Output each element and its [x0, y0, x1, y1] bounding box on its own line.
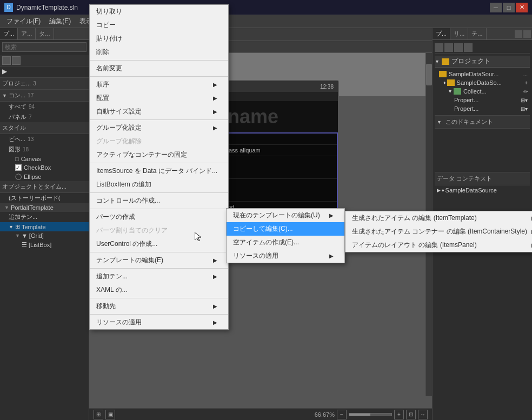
right-tab-project[interactable]: プ... — [433, 28, 450, 39]
xaml-label: XAML の... — [96, 285, 128, 295]
tree-item-bhem[interactable]: ビヘ... 13 — [0, 134, 89, 144]
menu-xaml[interactable]: XAML の... — [90, 283, 228, 297]
tree-item-canvas[interactable]: □ Canvas — [0, 155, 89, 163]
menu-order[interactable]: 順序 ▶ — [90, 78, 228, 91]
section-controls[interactable]: ▼ コン... 17 — [0, 90, 89, 102]
data-context-label: データ コンテキスト — [437, 175, 492, 182]
right-tree-propert1[interactable]: Propert... ⊞ ▾ — [435, 96, 530, 104]
menu-edittemplate[interactable]: テンプレートの編集(E) ▶ — [90, 254, 228, 267]
sidebar-tab-assets[interactable]: ア... — [18, 28, 36, 39]
tree-item-portlait[interactable]: ▼ PortlaitTemplate — [0, 203, 89, 212]
right-tree-propert2[interactable]: Propert... ⊞ ▾ — [435, 104, 530, 113]
section-project[interactable]: プロジェ... 3 — [0, 78, 89, 90]
menu-arrange[interactable]: 配置 ▶ — [90, 91, 228, 105]
status-icon-1[interactable]: ⊞ — [94, 410, 103, 419]
tree-item-template[interactable]: ▼ ⊞ Template — [0, 222, 89, 231]
datasour-more[interactable]: ... — [523, 71, 528, 77]
tree-item-shapes[interactable]: 図形 18 — [0, 144, 89, 155]
tree-item-add-template[interactable]: 追加テン... — [0, 212, 89, 222]
menu-additem[interactable]: ListBoxItem の追加 — [90, 178, 228, 191]
sidebar-tool-2[interactable] — [12, 56, 21, 65]
menu-copy[interactable]: コピー — [90, 18, 228, 32]
menu-delete[interactable]: 削除 — [90, 45, 228, 59]
status-icon-2[interactable]: ▣ — [105, 410, 115, 419]
sampledata-add[interactable]: + — [524, 80, 528, 86]
autosize-label: 自動サイズ設定 — [96, 107, 142, 116]
section-styles[interactable]: スタイル — [0, 122, 89, 134]
tree-item-checkbox[interactable]: CheckBox — [0, 163, 89, 172]
template-label: Template — [22, 224, 46, 230]
folder-icon-3 — [454, 88, 461, 95]
right-tab-resource[interactable]: リ... — [450, 28, 468, 39]
right-tab-data[interactable]: テ... — [468, 28, 486, 39]
submenu-applyres[interactable]: リソースの適用 ▶ — [227, 249, 344, 263]
menu-file[interactable]: ファイル(F) — [2, 16, 45, 27]
context-menu-items[interactable]: 生成されたアイテム の編集 (ItemTemplate) ▶ 生成されたアイテム… — [345, 211, 532, 252]
right-toolbar-btn-1[interactable] — [435, 43, 443, 52]
zoom-label: 66.67% — [315, 411, 335, 418]
menu-clearparts[interactable]: パーツ割り当てのクリア — [90, 224, 228, 237]
sidebar-tab-project[interactable]: プ... — [0, 28, 18, 39]
menu-moveto[interactable]: 移動先 ▶ — [90, 299, 228, 313]
sidebar-tool-1[interactable] — [2, 56, 11, 65]
sidebar-tab-data[interactable]: タ... — [36, 28, 54, 39]
menu-createusercontrol[interactable]: UserControl の作成... — [90, 237, 228, 251]
tree-item-listbox[interactable]: ☰ [ListBox] — [0, 240, 89, 249]
zoom-in-button[interactable]: + — [394, 410, 404, 419]
menu-autosize[interactable]: 自動サイズ設定 ▶ — [90, 105, 228, 118]
sidebar-arrow-tool[interactable]: ▶ — [2, 68, 11, 76]
submenu-copyedit[interactable]: コピーして編集(C)... — [227, 222, 344, 236]
scrollbar-thumb[interactable] — [426, 64, 432, 85]
context-menu-template[interactable]: 現在のテンプレートの編集(U) ▶ コピーして編集(C)... 空アイテムの作成… — [226, 208, 345, 263]
zoom-out-button[interactable]: − — [337, 410, 347, 419]
search-input[interactable] — [2, 42, 87, 52]
menu-lock[interactable]: アクティブなコンテナーの固定 — [90, 148, 228, 162]
tree-item-all[interactable]: すべて 94 — [0, 102, 89, 112]
collect-edit[interactable]: ✏ — [523, 89, 528, 95]
right-tree-sampledata[interactable]: ♦ SampleDataSo... + — [435, 78, 530, 87]
menu-cut[interactable]: 切り取り — [90, 5, 228, 18]
menu-applyresource[interactable]: リソースの適用 ▶ — [90, 316, 228, 329]
menu-ungroup[interactable]: グループ化解除 — [90, 135, 228, 148]
propert1-down[interactable]: ▾ — [525, 97, 528, 103]
fit-button[interactable]: ⊡ — [406, 410, 416, 419]
tree-item-storyboard[interactable]: (ストーリーボード( — [0, 193, 89, 203]
maximize-button[interactable]: □ — [503, 3, 515, 12]
submenu-edititemtemplate[interactable]: 生成されたアイテム の編集 (ItemTemplate) ▶ — [345, 211, 532, 225]
zoom-slider[interactable] — [349, 413, 392, 416]
zoom-controls: 66.67% − + ⊡ ↔ — [315, 410, 428, 419]
menu-addtemplate[interactable]: 追加テン... ▶ — [90, 270, 228, 283]
submenu-editcurrent[interactable]: 現在のテンプレートの編集(U) ▶ — [227, 209, 344, 222]
right-tree-collect[interactable]: ▼ Collect... ✏ — [435, 87, 530, 96]
nav-button[interactable]: ↔ — [418, 410, 428, 419]
right-tree-datasour[interactable]: SampleDataSour... ... — [435, 70, 530, 78]
right-tool-2[interactable] — [523, 30, 531, 38]
menu-rename[interactable]: 名前変更 — [90, 62, 228, 75]
tree-item-panel[interactable]: パネル 7 — [0, 112, 89, 122]
menu-createcontrol[interactable]: コントロールの作成... — [90, 194, 228, 208]
collect-label: Collect... — [463, 88, 487, 95]
propert2-down[interactable]: ▾ — [525, 106, 528, 112]
sep-7 — [90, 252, 228, 252]
menu-paste[interactable]: 貼り付け — [90, 32, 228, 45]
menu-databind[interactable]: ItemsSource を Data にデータ バインド... — [90, 164, 228, 178]
section-objects[interactable]: オブジェクトとタイム... — [0, 181, 89, 193]
tree-item-ellipse[interactable]: ◯ Ellipse — [0, 172, 89, 181]
right-tool-1[interactable] — [515, 30, 522, 38]
menu-group[interactable]: グループ化設定 ▶ — [90, 121, 228, 135]
menu-edit[interactable]: 編集(E) — [45, 16, 75, 27]
submenu-editlayout[interactable]: アイテムのレイアウト の編集 (ItemsPanel) ▶ — [345, 238, 532, 252]
right-tree-datasource[interactable]: ▶ ♦ SampleDataSource — [435, 185, 530, 195]
bhem-count: 13 — [28, 136, 34, 142]
right-toolbar-btn-4[interactable] — [464, 43, 473, 52]
bhem-label: ビヘ... — [9, 135, 25, 143]
tree-item-grid[interactable]: ▼ ▼ [Grid] — [0, 231, 89, 240]
right-toolbar-btn-3[interactable] — [454, 43, 463, 52]
submenu-editcontainer[interactable]: 生成されたアイテム コンテナー の編集 (ItemContainerStyle)… — [345, 225, 532, 238]
submenu-createempty[interactable]: 空アイテムの作成(E)... — [227, 236, 344, 249]
right-toolbar-btn-2[interactable] — [444, 43, 453, 52]
context-menu-main[interactable]: 切り取り コピー 貼り付け 削除 名前変更 順序 ▶ 配置 ▶ — [89, 4, 229, 330]
menu-createparts[interactable]: パーツの作成 — [90, 210, 228, 224]
close-button[interactable]: ✕ — [516, 3, 528, 12]
minimize-button[interactable]: ─ — [490, 3, 502, 12]
